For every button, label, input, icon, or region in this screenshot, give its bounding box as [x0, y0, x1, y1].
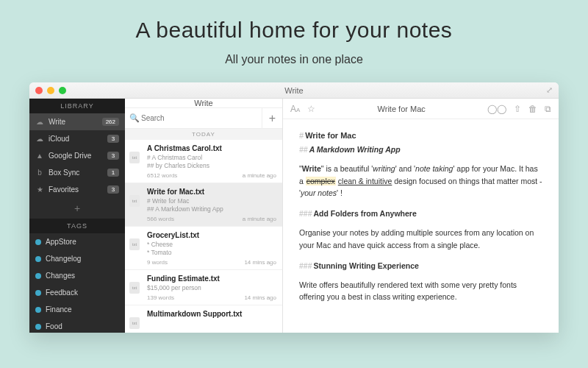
search-icon: 🔍 — [129, 113, 140, 123]
notelist-title: Write — [125, 99, 282, 107]
note-title: Funding Estimate.txt — [147, 275, 276, 283]
note-title: Write for Mac.txt — [147, 188, 276, 196]
sidebar-item-write[interactable]: ☁Write262 — [29, 113, 125, 130]
note-item[interactable]: txtGroceryList.txt* Cheese* Tomato9 word… — [125, 227, 282, 270]
note-item[interactable]: txtMultimarkdown Support.txt — [125, 305, 282, 333]
fullscreen-icon[interactable]: ⤢ — [546, 85, 553, 95]
source-icon: ▲ — [35, 152, 44, 160]
tag-changelog[interactable]: Changelog — [29, 250, 125, 267]
word-count: 6512 words — [147, 172, 177, 179]
share-icon[interactable]: ⇧ — [514, 104, 521, 114]
editor-content[interactable]: #Write for Mac ##A Markdown Writing App … — [283, 119, 559, 321]
sidebar-item-google-drive[interactable]: ▲Google Drive3 — [29, 147, 125, 164]
source-icon: ★ — [35, 185, 44, 194]
file-icon: txt — [129, 152, 140, 163]
note-item[interactable]: txtA Christmas Carol.txt# A Christmas Ca… — [125, 140, 282, 183]
tag-feedback[interactable]: Feedback — [29, 284, 125, 301]
note-preview: # Write for Mac## A Markdown Writing App — [147, 197, 276, 213]
sidebar-item-label: Box Sync — [49, 169, 103, 177]
word-count: 9 words — [147, 259, 168, 266]
tag-label: AppStore — [46, 238, 119, 246]
tag-finance[interactable]: Finance — [29, 301, 125, 318]
file-icon: txt — [129, 282, 140, 294]
tag-label: Finance — [46, 305, 119, 314]
tag-label: Feedback — [46, 289, 119, 297]
note-preview: * Cheese* Tomato — [147, 241, 276, 257]
tag-icon — [35, 324, 41, 330]
note-time: a minute ago — [243, 216, 276, 222]
count-badge: 262 — [102, 118, 119, 126]
tag-label: Changelog — [46, 255, 119, 263]
add-source-button[interactable]: + — [29, 198, 125, 219]
tag-food[interactable]: Food — [29, 318, 125, 333]
titlebar: Write ⤢ — [29, 82, 559, 99]
trash-icon[interactable]: 🗑 — [528, 104, 537, 114]
note-title: GroceryList.txt — [147, 231, 276, 239]
count-badge: 3 — [107, 185, 119, 194]
app-window: Write ⤢ LIBRARY ☁Write262☁iCloud3▲Google… — [29, 82, 559, 333]
count-badge: 3 — [107, 152, 119, 160]
sidebar: LIBRARY ☁Write262☁iCloud3▲Google Drive3b… — [29, 99, 125, 333]
sidebar-item-favorites[interactable]: ★Favorites3 — [29, 181, 125, 198]
hero-title: A beautiful home for your notes — [136, 18, 453, 43]
tag-icon — [35, 307, 41, 313]
source-icon: ☁ — [35, 118, 44, 126]
note-time: 14 mins ago — [244, 259, 276, 266]
star-icon[interactable]: ☆ — [307, 104, 315, 114]
note-title: Multimarkdown Support.txt — [147, 310, 276, 318]
new-note-button[interactable]: + — [262, 108, 282, 128]
note-item[interactable]: txtFunding Estimate.txt$15,000 per perso… — [125, 270, 282, 305]
today-header: TODAY — [125, 129, 282, 140]
sidebar-item-label: Favorites — [49, 185, 103, 194]
note-preview — [147, 319, 276, 328]
note-preview: $15,000 per person — [147, 284, 276, 292]
tag-icon — [35, 290, 41, 296]
source-icon: ☁ — [35, 135, 44, 143]
count-badge: 3 — [107, 135, 119, 143]
word-count: 139 words — [147, 294, 174, 301]
file-icon: txt — [129, 317, 140, 329]
sidebar-item-label: Write — [49, 118, 98, 126]
hero-subtitle: All your notes in one place — [136, 53, 453, 66]
tag-icon — [35, 239, 41, 245]
count-badge: 1 — [107, 169, 119, 177]
tag-label: Changes — [46, 272, 119, 280]
note-item[interactable]: txtWrite for Mac.txt# Write for Mac## A … — [125, 183, 282, 227]
file-icon: txt — [129, 238, 140, 250]
search-input[interactable] — [125, 114, 262, 122]
export-icon[interactable]: ⧉ — [545, 104, 551, 114]
tag-changes[interactable]: Changes — [29, 267, 125, 284]
window-title: Write — [29, 86, 559, 95]
sidebar-item-label: iCloud — [49, 135, 103, 143]
library-header: LIBRARY — [29, 99, 125, 113]
tag-icon — [35, 273, 41, 279]
note-preview: # A Christmas Carol## by Charles Dickens — [147, 154, 276, 170]
file-icon: txt — [129, 195, 140, 207]
tags-header: TAGS — [29, 219, 125, 233]
sidebar-item-icloud[interactable]: ☁iCloud3 — [29, 130, 125, 147]
tag-icon — [35, 256, 41, 262]
tag-appstore[interactable]: AppStore — [29, 233, 125, 250]
tag-label: Food — [46, 322, 119, 330]
view-icon[interactable]: ◯◯ — [487, 104, 506, 114]
font-icon[interactable]: AA — [290, 104, 300, 114]
note-title: A Christmas Carol.txt — [147, 144, 276, 152]
sidebar-item-label: Google Drive — [49, 152, 103, 160]
editor-title: Write for Mac — [323, 105, 480, 113]
sidebar-item-box-sync[interactable]: bBox Sync1 — [29, 164, 125, 181]
note-list: Write 🔍 + TODAY txtA Christmas Carol.txt… — [125, 99, 283, 333]
source-icon: b — [35, 169, 44, 177]
note-time: a minute ago — [243, 172, 276, 179]
note-time: 14 mins ago — [244, 294, 276, 301]
editor: AA ☆ Write for Mac ◯◯ ⇧ 🗑 ⧉ #Write for M… — [283, 99, 559, 333]
word-count: 566 words — [147, 216, 174, 222]
